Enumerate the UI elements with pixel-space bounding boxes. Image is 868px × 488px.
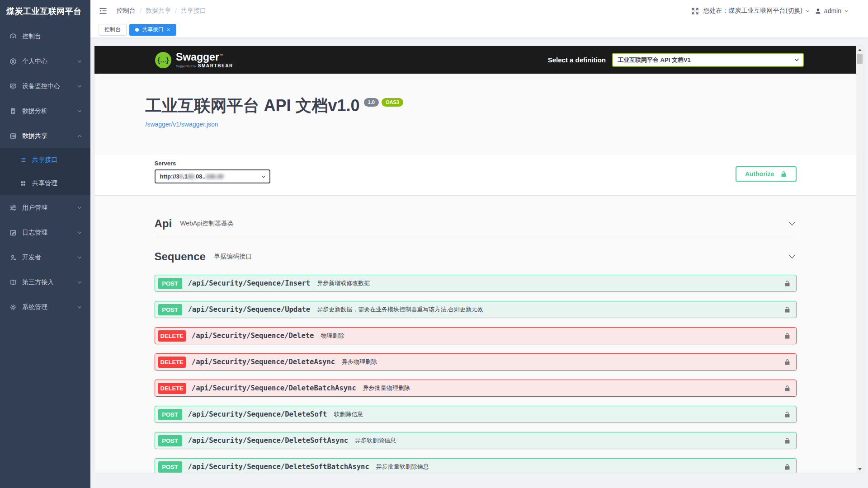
- endpoint-description: 异步物理删除: [342, 358, 377, 366]
- servers-select[interactable]: http://39.192.08..156.30: [155, 169, 270, 183]
- data-share-icon: [9, 132, 17, 140]
- authorize-button[interactable]: Authorize: [736, 166, 797, 182]
- sidebar-item-4[interactable]: 数据共享: [0, 123, 90, 148]
- definition-select[interactable]: 工业互联网平台 API 文档V1: [612, 53, 804, 67]
- endpoint-row[interactable]: DELETE/api/Security/Sequence/Delete物理删除: [155, 327, 797, 344]
- section-api-header[interactable]: Api WebApi控制器基类: [155, 217, 797, 230]
- gear-icon: [9, 304, 17, 311]
- server-url-segment: .1: [183, 173, 188, 180]
- breadcrumb-item[interactable]: 共享接口: [181, 7, 206, 15]
- endpoint-description: 物理删除: [321, 332, 344, 340]
- chevron-down-icon: [77, 230, 82, 235]
- endpoint-row[interactable]: POST/api/Security/Sequence/DeleteSoftAsy…: [155, 432, 797, 449]
- endpoint-row[interactable]: POST/api/Security/Sequence/Insert异步新增或修改…: [155, 275, 797, 292]
- sidebar-item-5[interactable]: 用户管理: [0, 195, 90, 220]
- user-menu[interactable]: admin: [815, 7, 849, 14]
- scrollbar-thumb[interactable]: [857, 54, 863, 64]
- sidebar-item-1[interactable]: 个人中心: [0, 49, 90, 74]
- method-badge: DELETE: [158, 383, 186, 394]
- endpoint-path[interactable]: /api/Security/Sequence/Update: [188, 305, 311, 314]
- endpoint-path[interactable]: /api/Security/Sequence/DeleteSoftAsync: [188, 436, 349, 445]
- supported-by-label: Supported by: [176, 65, 196, 68]
- endpoint-path[interactable]: /api/Security/Sequence/Delete: [192, 332, 314, 340]
- sidebar-item-0[interactable]: 控制台: [0, 24, 90, 49]
- chevron-down-icon: [77, 280, 82, 285]
- tab-share-api[interactable]: 共享接口 ×: [129, 24, 176, 36]
- swagger-body: 工业互联网平台 API 文档v1.0 1.0 OAS3 /swagger/v1/…: [94, 74, 856, 473]
- lock-open-icon[interactable]: [784, 306, 791, 313]
- sidebar-subitem[interactable]: 共享管理: [0, 172, 90, 195]
- breadcrumb-separator: /: [175, 7, 177, 14]
- sidebar: 煤炭工业互联网平台 控制台个人中心设备监控中心数据分析数据共享共享接口共享管理用…: [0, 0, 90, 488]
- swagger-ui: {…} Swagger™ Supported by SMARTBEAR Sele…: [94, 46, 856, 473]
- close-icon[interactable]: ×: [167, 27, 170, 33]
- spec-json-link[interactable]: /swagger/v1/swagger.json: [146, 121, 218, 128]
- endpoint-row[interactable]: POST/api/Security/Sequence/DeleteSoftBat…: [155, 458, 797, 473]
- scrollbar[interactable]: [856, 46, 863, 473]
- chevron-down-icon: [77, 84, 82, 89]
- sidebar-item-label: 控制台: [22, 33, 82, 41]
- tab-console[interactable]: 控制台: [99, 24, 127, 36]
- sidebar-item-3[interactable]: 数据分析: [0, 99, 90, 123]
- scrollbar-up-arrow[interactable]: [856, 47, 863, 53]
- section-sequence-header[interactable]: Sequence 单据编码接口: [155, 250, 797, 263]
- app-window: 煤炭工业互联网平台 控制台个人中心设备监控中心数据分析数据共享共享接口共享管理用…: [0, 0, 868, 488]
- api-info: 工业互联网平台 API 文档v1.0 1.0 OAS3 /swagger/v1/…: [146, 74, 806, 155]
- sidebar-item-7[interactable]: 开发者: [0, 245, 90, 270]
- content-area: {…} Swagger™ Supported by SMARTBEAR Sele…: [90, 38, 868, 488]
- fullscreen-icon[interactable]: [691, 7, 699, 15]
- server-url-segment: ..: [202, 173, 205, 180]
- lock-open-icon[interactable]: [784, 280, 791, 287]
- app-title: 煤炭工业互联网平台: [0, 0, 90, 23]
- sidebar-item-label: 开发者: [22, 253, 77, 262]
- breadcrumb: 控制台 / 数据共享 / 共享接口: [117, 7, 206, 15]
- scrollbar-down-arrow[interactable]: [856, 466, 863, 472]
- lock-open-icon: [780, 171, 787, 178]
- sidebar-item-2[interactable]: 设备监控中心: [0, 74, 90, 99]
- method-badge: POST: [158, 278, 182, 289]
- lock-open-icon[interactable]: [784, 385, 791, 392]
- endpoint-path[interactable]: /api/Security/Sequence/DeleteAsync: [192, 358, 335, 366]
- chevron-down-icon[interactable]: [788, 252, 797, 261]
- chevron-down-icon[interactable]: [788, 219, 797, 228]
- lock-open-icon[interactable]: [784, 359, 791, 366]
- sidebar-item-9[interactable]: 系统管理: [0, 295, 90, 319]
- endpoint-row[interactable]: POST/api/Security/Sequence/DeleteSoft软删除…: [155, 406, 797, 423]
- server-url-segment: 9: [179, 173, 183, 180]
- endpoint-path[interactable]: /api/Security/Sequence/DeleteBatchAsync: [192, 384, 356, 392]
- smartbear-brand: SMARTBEAR: [198, 64, 233, 68]
- endpoint-path[interactable]: /api/Security/Sequence/Insert: [188, 279, 311, 287]
- lock-open-icon[interactable]: [784, 464, 791, 470]
- chevron-down-icon: [261, 174, 266, 179]
- endpoint-row[interactable]: POST/api/Security/Sequence/Update异步更新数据，…: [155, 301, 797, 318]
- username: admin: [824, 7, 841, 14]
- sidebar-submenu: 共享接口共享管理: [0, 148, 90, 195]
- version-badge: 1.0: [364, 98, 379, 107]
- sidebar-collapse-icon[interactable]: [99, 6, 108, 15]
- method-badge: POST: [158, 435, 182, 446]
- chevron-down-icon: [77, 205, 82, 211]
- monitor-icon: [9, 83, 17, 90]
- section-title: Sequence: [155, 250, 206, 263]
- lock-open-icon[interactable]: [784, 437, 791, 444]
- report-icon: [9, 108, 17, 115]
- breadcrumb-item[interactable]: 数据共享: [146, 7, 171, 15]
- server-url-segment: http://3: [160, 173, 179, 180]
- sidebar-item-8[interactable]: 第三方接入: [0, 270, 90, 295]
- lock-open-icon[interactable]: [784, 411, 791, 418]
- endpoint-path[interactable]: /api/Security/Sequence/DeleteSoft: [188, 410, 327, 418]
- sidebar-subitem[interactable]: 共享接口: [0, 148, 90, 172]
- endpoint-row[interactable]: DELETE/api/Security/Sequence/DeleteAsync…: [155, 353, 797, 371]
- sidebar-item-label: 系统管理: [22, 303, 77, 311]
- endpoint-path[interactable]: /api/Security/Sequence/DeleteSoftBatchAs…: [188, 463, 369, 471]
- swagger-logo-icon: {…}: [155, 52, 171, 68]
- platform-switcher[interactable]: 您处在：煤炭工业互联网平台(切换): [703, 7, 810, 15]
- endpoint-list: POST/api/Security/Sequence/Insert异步新增或修改…: [155, 275, 797, 473]
- endpoint-row[interactable]: DELETE/api/Security/Sequence/DeleteBatch…: [155, 380, 797, 397]
- endpoint-description: 异步批量软删除信息: [376, 463, 429, 471]
- sidebar-item-6[interactable]: 日志管理: [0, 220, 90, 245]
- lock-open-icon[interactable]: [784, 333, 791, 339]
- swagger-logo[interactable]: {…} Swagger™ Supported by SMARTBEAR: [155, 52, 233, 68]
- breadcrumb-item[interactable]: 控制台: [117, 7, 136, 15]
- section-divider: [155, 237, 797, 237]
